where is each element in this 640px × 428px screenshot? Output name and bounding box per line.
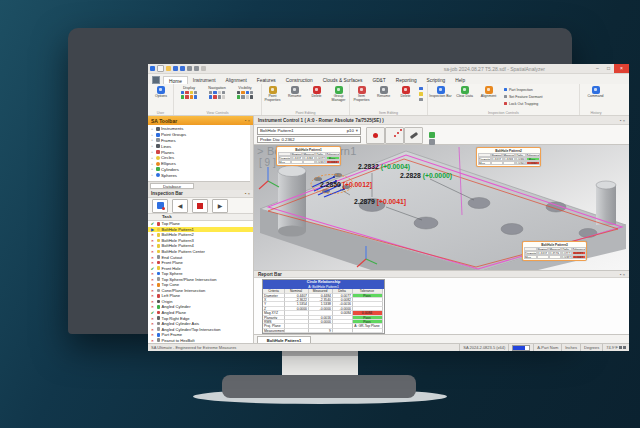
feature-callout[interactable]: BoltHole Pattern3 NominalMeasuredDeltaTo… (522, 241, 587, 261)
pin-icon[interactable]: ▪ (620, 272, 621, 277)
navigation-icon[interactable] (222, 91, 225, 94)
close-panel-icon[interactable]: × (623, 118, 625, 123)
visibility-icon[interactable] (250, 91, 253, 94)
stop-measure-button[interactable] (192, 199, 208, 213)
options-button[interactable]: Options (151, 86, 172, 99)
display-icon[interactable] (181, 91, 184, 94)
item-extra-icon[interactable] (419, 98, 422, 101)
navigation-icon[interactable] (213, 95, 216, 98)
pin-icon[interactable]: ▪ (620, 118, 621, 123)
stream-points-button[interactable] (385, 127, 404, 144)
visibility-icon[interactable] (237, 91, 240, 94)
open-icon[interactable] (166, 66, 171, 71)
navigation-icon[interactable] (209, 95, 212, 98)
display-icon[interactable] (190, 95, 193, 98)
tab-home[interactable]: Home (163, 76, 188, 84)
status-temperature[interactable]: 74.9°F (602, 344, 629, 351)
part-inspection-button[interactable]: Part Inspection (504, 86, 542, 93)
close-button[interactable]: × (614, 64, 629, 73)
tab-alignment[interactable]: Alignment (220, 76, 251, 84)
save-all-icon[interactable] (180, 66, 185, 71)
expand-icon[interactable]: + (151, 173, 154, 177)
display-icon[interactable] (194, 91, 197, 94)
display-icon[interactable] (185, 95, 188, 98)
expand-icon[interactable]: + (151, 150, 154, 154)
probe-diameter-field[interactable]: Probe Dia: 0.2362 (257, 136, 361, 144)
navigation-icon[interactable] (218, 95, 221, 98)
toolbar-extra-buttons[interactable] (423, 127, 440, 142)
status-active-frame[interactable]: A-Part Nom (533, 344, 561, 351)
tree-scrollbar[interactable] (250, 125, 253, 182)
visibility-icon[interactable] (246, 95, 249, 98)
tab-scripting[interactable]: Scripting (422, 76, 451, 84)
probe-button[interactable] (404, 127, 423, 144)
navigation-icon[interactable] (218, 91, 221, 94)
close-panel-icon[interactable]: × (248, 191, 250, 196)
next-feature-button[interactable]: ▶ (212, 199, 228, 213)
inspection-bar-header[interactable]: Inspection Bar ▪ × (148, 190, 253, 198)
expand-icon[interactable]: + (151, 127, 154, 131)
tab-database[interactable]: Database (150, 183, 194, 190)
tree-item-spheres[interactable]: +Spheres (148, 172, 253, 178)
set-feature-dormant-button[interactable]: Set Feature Dormant (504, 93, 542, 100)
expand-icon[interactable]: + (151, 138, 154, 142)
pin-icon[interactable]: ▪ (245, 118, 246, 123)
undo-icon[interactable] (187, 66, 192, 71)
point-properties-button[interactable]: Point Properties (262, 86, 283, 103)
visibility-icon[interactable] (241, 91, 244, 94)
previous-feature-button[interactable]: ◀ (172, 199, 188, 213)
sa-toolbar-header[interactable]: SA Toolbar ▪ × (148, 116, 253, 125)
close-panel-icon[interactable]: × (248, 118, 250, 123)
minimize-button[interactable]: – (592, 64, 603, 73)
lock-out-trapping-button[interactable]: Lock Out Trapping (504, 100, 542, 107)
expand-icon[interactable]: + (151, 156, 154, 160)
tab-help[interactable]: Help (450, 76, 470, 84)
display-controls[interactable]: Display (175, 86, 203, 99)
inspection-bar-button[interactable]: Inspection Bar (429, 86, 452, 99)
item-properties-button[interactable]: Item Properties (351, 86, 372, 103)
command-button[interactable]: Command (585, 86, 606, 99)
report-table[interactable]: Circle Relationship A: BoltHole Pattern1… (262, 279, 385, 334)
delete-item-button[interactable]: Delete (395, 86, 416, 99)
visibility-icon[interactable] (237, 95, 240, 98)
display-icon[interactable] (194, 95, 197, 98)
tab-reporting[interactable]: Reporting (391, 76, 422, 84)
rename-item-button[interactable]: Rename (373, 86, 394, 99)
navigation-icon[interactable] (209, 91, 212, 94)
navigation-icon[interactable] (213, 91, 216, 94)
rename-point-button[interactable]: Rename (284, 86, 305, 99)
item-extra-icon[interactable] (419, 92, 422, 95)
feature-callout[interactable]: BoltHole Pattern2 NominalMeasuredDeltaTo… (476, 147, 541, 167)
visibility-controls[interactable]: Visibility (231, 86, 259, 99)
instrument-control-header[interactable]: Instrument Control 1 ( A:0 - Romer Absol… (254, 116, 629, 125)
quick-access-more-icon[interactable] (201, 66, 206, 71)
feature-callout[interactable]: BoltHole Pattern1 NominalMeasuredDeltaTo… (276, 146, 341, 166)
group-manager-button[interactable]: Group Manager (328, 86, 349, 103)
navigation-controls[interactable]: Navigation (203, 86, 231, 99)
display-icon[interactable] (185, 91, 188, 94)
tab-construction[interactable]: Construction (281, 76, 318, 84)
file-menu-button[interactable] (148, 75, 163, 84)
pin-icon[interactable]: ▪ (245, 191, 246, 196)
save-icon[interactable] (173, 66, 178, 71)
expand-icon[interactable]: + (151, 167, 154, 171)
expand-icon[interactable]: + (151, 162, 154, 166)
visibility-icon[interactable] (250, 95, 253, 98)
chevron-down-icon[interactable]: ▾ (356, 128, 358, 133)
redo-icon[interactable] (194, 66, 199, 71)
tab-gdt[interactable]: GD&T (367, 76, 390, 84)
single-point-measure-button[interactable] (366, 127, 385, 144)
new-file-icon[interactable] (157, 65, 164, 72)
expand-icon[interactable]: + (151, 144, 154, 148)
navigation-icon[interactable] (222, 95, 225, 98)
visibility-icon[interactable] (246, 91, 249, 94)
status-units[interactable]: Inches (561, 344, 580, 351)
item-extra-icon[interactable] (419, 87, 422, 90)
alignment-button[interactable]: Alignment (477, 86, 500, 99)
display-icon[interactable] (181, 95, 184, 98)
target-feature-field[interactable]: BoltHole Pattern1 p10 ▾ (257, 127, 361, 135)
delete-point-button[interactable]: Delete (306, 86, 327, 99)
report-bar-header[interactable]: Report Bar ▪ × (254, 270, 629, 278)
tab-clouds-surfaces[interactable]: Clouds & Surfaces (318, 76, 368, 84)
inspection-home-button[interactable] (152, 199, 168, 213)
